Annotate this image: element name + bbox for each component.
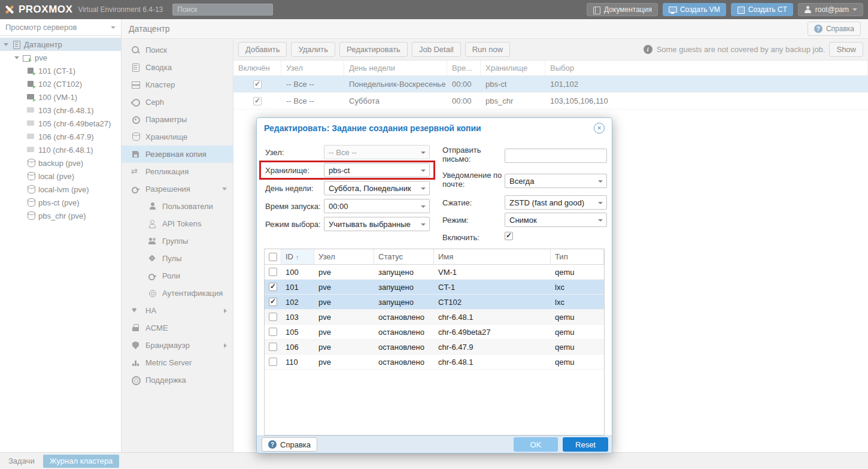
guest-checkbox[interactable] [269, 328, 277, 336]
dialog-title: Редактировать: Задание создания резервно… [264, 123, 481, 133]
compression-select[interactable]: ZSTD (fast and good) [505, 195, 607, 210]
select-all-checkbox[interactable] [269, 253, 277, 261]
chevron-down-icon [598, 180, 603, 183]
question-icon [268, 440, 277, 449]
start-time-label: Время запуска: [265, 202, 321, 211]
email-notification-label: Уведомление по почте: [442, 171, 502, 189]
proxmox-screen: PROXMOX Virtual Environment 6.4-13 Поиск… [0, 0, 868, 469]
dialog-footer: Справка OK Reset [257, 435, 612, 453]
chevron-down-icon [598, 219, 603, 222]
grid-column-type[interactable]: Тип [551, 249, 604, 264]
selection-mode-label: Режим выбора: [265, 220, 321, 229]
guest-checkbox[interactable] [269, 298, 277, 306]
grid-header: ID↑ Узел Статус Имя Тип [265, 249, 604, 265]
chevron-down-icon [598, 202, 603, 204]
close-icon[interactable] [594, 123, 605, 134]
grid-column-status[interactable]: Статус [374, 249, 434, 264]
mode-select[interactable]: Снимок [505, 213, 607, 227]
backup-job-form: Узел: -- Все -- Хранилище: pbs-ct День н… [264, 143, 605, 245]
guest-checkbox[interactable] [269, 268, 277, 276]
day-of-week-select[interactable]: Суббота, Понедельник [324, 181, 430, 195]
grid-column-id[interactable]: ID↑ [281, 249, 314, 264]
grid-empty-area [265, 370, 604, 435]
send-email-input[interactable] [505, 149, 607, 163]
edit-backup-job-dialog: Редактировать: Задание создания резервно… [256, 117, 612, 453]
guest-checkbox[interactable] [269, 358, 277, 366]
chevron-down-icon [421, 205, 426, 208]
selection-mode-select[interactable]: Учитывать выбранные [324, 217, 430, 231]
guest-checkbox[interactable] [269, 313, 277, 321]
dialog-help-button[interactable]: Справка [262, 437, 317, 452]
ok-button[interactable]: OK [514, 437, 558, 452]
guest-row-106[interactable]: 106 pve остановлено chr-6.47.9 qemu [265, 340, 604, 355]
grid-column-name[interactable]: Имя [434, 249, 551, 264]
guest-row-110[interactable]: 110 pve остановлено chr-6.48.1 qemu [265, 355, 604, 370]
guest-row-102[interactable]: 102 pve запущено CT102 lxc [265, 295, 604, 310]
enable-checkbox[interactable] [505, 232, 513, 240]
chevron-down-icon [421, 170, 426, 172]
dialog-header: Редактировать: Задание создания резервно… [257, 118, 612, 138]
node-label: Узел: [265, 148, 284, 157]
guest-selection-grid: ID↑ Узел Статус Имя Тип 100 pve запущено… [264, 249, 605, 435]
dialog-body: Узел: -- Все -- Хранилище: pbs-ct День н… [257, 138, 612, 435]
grid-column-node[interactable]: Узел [314, 249, 374, 264]
chevron-down-icon [421, 223, 426, 226]
reset-button[interactable]: Reset [563, 437, 608, 452]
enable-label: Включить: [442, 233, 479, 242]
chevron-down-icon [421, 152, 426, 154]
guest-row-105[interactable]: 105 pve остановлено chr-6.49beta27 qemu [265, 325, 604, 340]
storage-label: Хранилище: [265, 166, 309, 175]
guest-row-103[interactable]: 103 pve остановлено chr-6.48.1 qemu [265, 310, 604, 325]
mode-label: Режим: [442, 216, 469, 225]
start-time-select[interactable]: 00:00 [324, 199, 430, 213]
send-email-label: Отправить письмо: [442, 146, 501, 164]
email-notification-select[interactable]: Всегда [505, 174, 607, 188]
guest-checkbox[interactable] [269, 343, 277, 351]
guest-checkbox[interactable] [269, 283, 277, 291]
guest-row-101[interactable]: 101 pve запущено CT-1 lxc [265, 280, 604, 295]
chevron-down-icon [421, 187, 426, 190]
sort-ascending-icon: ↑ [296, 253, 299, 261]
guest-row-100[interactable]: 100 pve запущено VM-1 qemu [265, 265, 604, 280]
compression-label: Сжатие: [442, 198, 472, 207]
dow-label: День недели: [265, 184, 314, 193]
storage-select[interactable]: pbs-ct [324, 163, 430, 177]
node-select[interactable]: -- Все -- [324, 145, 430, 159]
